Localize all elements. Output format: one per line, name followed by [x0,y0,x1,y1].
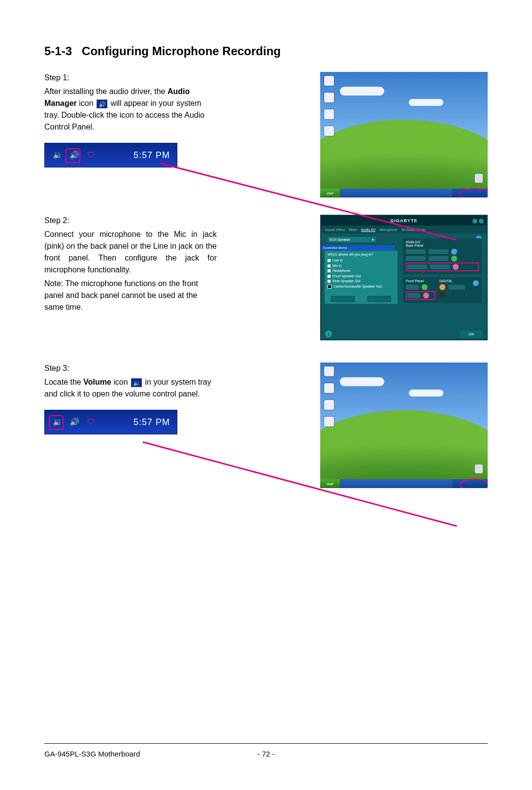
audio-control-panel: GIGABYTE Sound Effect Mixer Audio I/O Mi… [320,215,488,340]
security-shield-icon[interactable]: 🛡 [85,416,97,428]
system-tray-closeup-2: 🔉 🔊 🛡 5:57 PM [44,410,177,434]
footer-model: GA-945PL-S3G Motherboard [44,750,140,758]
jack-line-out[interactable] [451,256,457,262]
back-panel-section: ANALOGBack Panel [403,238,482,274]
highlight-mic-in-back [406,263,479,271]
jack-line-in[interactable] [451,249,457,255]
highlight-tray-area [459,479,488,488]
desktop-icon[interactable] [324,109,334,119]
tab-mixer[interactable]: Mixer [349,228,357,231]
tab-microphone[interactable]: Microphone [379,228,398,231]
desktop-icon[interactable] [324,366,334,376]
step-1-text: Step 1: After installing the audio drive… [44,72,227,167]
recycle-bin-icon[interactable] [475,174,483,183]
jack-front-out[interactable] [422,284,428,290]
jack-mic-in-front[interactable] [423,293,429,298]
tab-sound-effect[interactable]: Sound Effect [325,228,345,231]
popup-option[interactable]: Line In [328,258,395,263]
taskbar: start [320,479,488,488]
desktop-icon[interactable] [324,76,334,86]
volume-tray-icon [131,378,142,387]
desktop-icon[interactable] [324,126,334,136]
section-heading: 5-1-3 Configuring Microphone Recording [44,44,488,58]
popup-option-selected[interactable]: Center/Subwoofer Speaker Out [328,284,395,290]
highlight-mic-in-front [406,291,435,300]
step-1-label: Step 1: [44,72,217,84]
step-3-paragraph: Locate the Volume icon in your system tr… [44,376,217,400]
minimize-button[interactable] [472,219,477,224]
connected-device-bar: Connected device : [321,245,395,250]
info-dot-icon[interactable] [473,280,479,286]
security-shield-icon[interactable]: 🛡 [85,149,97,161]
popup-option[interactable]: Rear Speaker Out [328,279,395,284]
recycle-bin-icon[interactable] [475,464,483,473]
popup-option[interactable]: Mic In [328,263,395,269]
popup-option[interactable]: Front Speaker Out [328,274,395,279]
ok-button[interactable]: OK [460,330,483,337]
jack-digital-2[interactable] [439,291,445,297]
section-title-text: Configuring Microphone Recording [82,44,281,58]
panel-titlebar: GIGABYTE [321,216,487,226]
step-2-block: Step 2: Connect your microphone to the M… [44,215,488,348]
section-number: 5-1-3 [44,44,72,58]
popup-ok-button[interactable] [331,296,355,302]
front-panel-section: Front Panel DIGITAL [403,277,482,303]
audio-manager-tray-icon[interactable]: 🔊 [68,416,80,428]
step-1-paragraph: After installing the audio driver, the A… [44,86,217,133]
step-1-block: Step 1: After installing the audio drive… [44,72,488,200]
desktop-icon[interactable] [324,400,334,410]
chevron-down-icon: ▾ [372,238,374,242]
step-3-block: Step 3: Locate the Volume icon in your s… [44,362,488,500]
tray-clock: 5:57 PM [133,149,170,162]
start-button[interactable]: start [320,189,340,198]
help-icon[interactable]: i [325,330,332,337]
start-button[interactable]: start [320,479,340,488]
volume-icon[interactable]: 🔉 [52,149,64,161]
popup-title: Which device did you plug in? [328,253,395,256]
taskbar: start [320,189,488,198]
system-tray[interactable] [452,479,488,488]
jack-digital-1[interactable] [439,284,445,290]
system-tray[interactable] [452,189,488,198]
popup-cancel-button[interactable] [367,296,391,302]
close-button[interactable] [479,219,484,224]
desktop-icon[interactable] [324,417,334,427]
tab-audio-io[interactable]: Audio I/O [361,228,375,231]
step-2-paragraph-a: Connect your microphone to the Mic in ja… [44,229,217,276]
step-3-text: Step 3: Locate the Volume icon in your s… [44,362,227,434]
highlight-volume-icon [49,415,64,430]
tray-clock: 5:57 PM [133,416,170,429]
page-number: - 72 - [257,750,274,758]
audio-manager-icon [97,99,107,108]
desktop-screenshot-1: start [320,72,488,198]
highlight-tray-area [459,188,488,198]
jack-panel: ANALOGBack Panel Front Panel DIGITAL [403,238,482,306]
step-2-paragraph-b: Note: The microphone functions on the fr… [44,278,217,313]
page-footer: GA-945PL-S3G Motherboard - 72 - [44,743,488,758]
device-plugin-popup: Which device did you plug in? Line In Mi… [324,250,398,304]
step-3-label: Step 3: [44,362,217,374]
speaker-config-dropdown[interactable]: 6CH Speaker ▾ [327,236,376,243]
popup-option[interactable]: Headphone [328,268,395,274]
desktop-screenshot-2: start [320,362,488,488]
desktop-icon[interactable] [324,383,334,393]
step-2-text: Step 2: Connect your microphone to the M… [44,215,227,315]
desktop-icon[interactable] [324,93,334,102]
step-2-label: Step 2: [44,215,217,227]
highlight-audio-manager [66,148,80,163]
jack-mic-in-back[interactable] [453,264,459,270]
system-tray-closeup-1: 🔉 🔊 🛡 5:57 PM [44,143,177,167]
